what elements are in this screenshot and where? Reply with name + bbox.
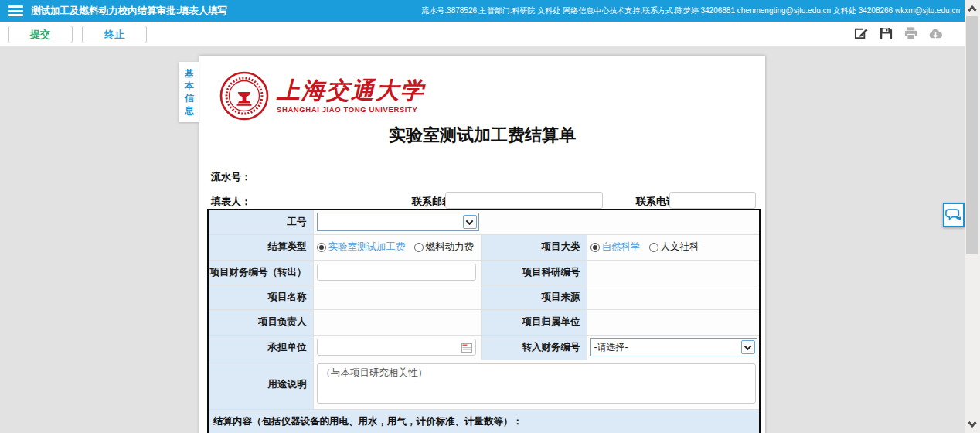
vertical-scrollbar[interactable] (965, 0, 980, 433)
submit-button[interactable]: 提交 (8, 26, 73, 43)
undertake-unit-label: 承担单位 (208, 335, 313, 360)
terminate-button[interactable]: 终止 (82, 26, 147, 43)
usage-desc-label: 用途说明 (208, 360, 313, 409)
university-logo: 上海交通大学 SHANGHAI JIAO TONG UNIVERSITY (219, 71, 425, 121)
category-radio-humanities[interactable] (649, 243, 658, 252)
research-no-label: 项目科研编号 (481, 260, 587, 285)
finance-in-label: 转入财务编号 (481, 335, 587, 360)
owner-unit-value (587, 309, 760, 335)
serial-number-label: 流水号： (211, 170, 251, 184)
university-name-cn: 上海交通大学 (277, 78, 425, 103)
toolbar: 提交 终止 (0, 22, 965, 46)
table-row: 项目名称 项目来源 (208, 285, 760, 309)
email-field[interactable] (445, 192, 603, 209)
chat-button[interactable] (943, 203, 965, 227)
research-no-value (587, 260, 760, 285)
finance-out-field[interactable] (317, 264, 476, 281)
project-category-label: 项目大类 (481, 234, 587, 260)
project-source-value (587, 285, 760, 309)
leader-label: 项目负责人 (208, 309, 313, 335)
worker-id-select[interactable] (317, 213, 479, 231)
form-panel: 上海交通大学 SHANGHAI JIAO TONG UNIVERSITY 实验室… (199, 56, 765, 433)
settle-type-option-fuel[interactable]: 燃料动力费 (426, 240, 475, 254)
table-row: 用途说明 (208, 360, 760, 409)
edit-icon[interactable] (854, 26, 869, 41)
category-radio-science[interactable] (590, 243, 600, 252)
chevron-down-icon (741, 340, 755, 354)
table-row: 工号 (208, 210, 760, 234)
tab-basic-info[interactable]: 基本信息 (179, 62, 199, 122)
settle-type-radio-lab[interactable] (317, 243, 326, 252)
finance-in-select[interactable]: -请选择- (590, 338, 757, 356)
settle-content-header: 结算内容（包括仪器设备的用电、用水，用气，计价标准、计量数等）： (208, 409, 760, 433)
menu-icon[interactable] (8, 5, 23, 16)
table-row: 项目财务编号（转出） 项目科研编号 (208, 260, 760, 285)
chevron-down-icon (463, 215, 477, 229)
settle-type-label: 结算类型 (208, 234, 313, 260)
settle-type-radio-fuel[interactable] (414, 243, 424, 252)
print-icon[interactable] (903, 26, 918, 41)
table-row: 结算类型 实验室测试加工费 燃料动力费 项目大类 自然科学 人文社科 (208, 234, 760, 260)
save-icon[interactable] (879, 26, 893, 41)
scroll-down-icon[interactable] (965, 418, 980, 433)
settle-type-option-lab[interactable]: 实验室测试加工费 (328, 240, 406, 254)
project-name-label: 项目名称 (208, 285, 313, 309)
usage-desc-field[interactable] (317, 363, 756, 404)
leader-value (313, 309, 481, 335)
category-option-humanities[interactable]: 人文社科 (661, 240, 699, 254)
scrollbar-thumb[interactable] (966, 16, 978, 254)
top-header-bar: 测试加工及燃料动力校内结算审批:填表人填写 流水号:3878526,主管部门:科… (0, 0, 965, 22)
scroll-up-icon[interactable] (965, 0, 980, 15)
settlement-form-table: 工号 结算类型 实验室测试加工费 燃料动力费 项目大类 (207, 209, 761, 433)
table-picker-icon[interactable] (461, 343, 472, 353)
table-row: 承担单位 转入财务编号 -请选择- (208, 335, 760, 360)
project-source-label: 项目来源 (481, 285, 587, 309)
header-contact-info: 流水号:3878526,主管部门:科研院 文科处 网络信息中心技术支持,联系方式… (421, 5, 965, 16)
download-icon[interactable] (928, 26, 943, 41)
finance-in-selected-value: -请选择- (591, 341, 628, 354)
owner-unit-label: 项目归属单位 (481, 309, 587, 335)
sjtu-seal-icon (219, 71, 269, 121)
table-row: 结算内容（包括仪器设备的用电、用水，用气，计价标准、计量数等）： (208, 409, 760, 433)
university-name-en: SHANGHAI JIAO TONG UNIVERSITY (277, 105, 425, 114)
project-name-value (313, 285, 481, 309)
speech-bubbles-icon (945, 206, 962, 223)
category-option-science[interactable]: 自然科学 (602, 240, 641, 254)
app-title: 测试加工及燃料动力校内结算审批:填表人填写 (31, 5, 227, 18)
filler-label: 填表人： (211, 195, 251, 209)
undertake-unit-field[interactable] (317, 339, 476, 356)
worker-id-label: 工号 (208, 210, 313, 234)
tab-basic-info-label: 基本信息 (185, 67, 195, 117)
phone-field[interactable] (669, 192, 756, 209)
finance-out-label: 项目财务编号（转出） (208, 260, 313, 285)
form-title: 实验室测试加工费结算单 (199, 124, 765, 147)
table-row: 项目负责人 项目归属单位 (208, 309, 760, 335)
